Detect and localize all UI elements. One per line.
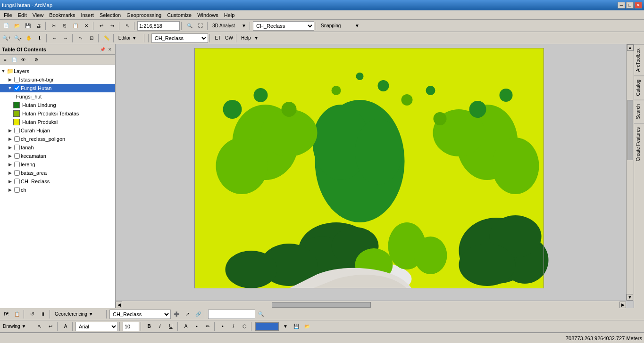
h-scrollbar[interactable]: ◀ ▶ — [116, 301, 626, 308]
snapping-btn[interactable]: Snapping ▼ — [319, 21, 361, 31]
line-color-btn[interactable]: ✏ — [202, 321, 213, 332]
save-btn[interactable]: 💾 — [23, 21, 33, 31]
select-elements-btn[interactable]: ↖ — [122, 21, 133, 31]
help-btn[interactable]: Help ▼ — [239, 33, 260, 43]
select-features-btn[interactable]: ↖ — [75, 33, 86, 43]
redo-btn[interactable]: ↪ — [107, 21, 117, 31]
toc-layer-kecamatan[interactable]: ▶ kecamatan — [0, 152, 115, 160]
arctoolbox-tab[interactable]: ArcToolbox — [634, 44, 644, 75]
identify-btn[interactable]: ℹ — [34, 33, 45, 43]
copy-btn[interactable]: ⎘ — [59, 21, 70, 31]
undo-btn[interactable]: ↩ — [96, 21, 107, 31]
toc-layer-ch-reclass[interactable]: ▶ CH_Reclass — [0, 177, 115, 186]
forward-btn[interactable]: → — [60, 33, 71, 43]
toc-source-btn[interactable]: 📄 — [10, 56, 18, 64]
toc-layer-curah-hujan[interactable]: ▶ Curah Hujan — [0, 126, 115, 135]
curah-checkbox[interactable] — [14, 128, 20, 133]
menu-geoprocessing[interactable]: Geoprocessing — [124, 11, 164, 19]
layout-view-btn[interactable]: 📋 — [12, 309, 22, 319]
scroll-right-btn[interactable]: ▶ — [619, 302, 626, 308]
menu-selection[interactable]: Selection — [97, 11, 124, 19]
refresh-btn[interactable]: ↺ — [27, 309, 37, 319]
v-scroll-thumb[interactable] — [627, 100, 633, 160]
toc-list-btn[interactable]: ≡ — [1, 56, 9, 64]
menu-bookmarks[interactable]: Bookmarks — [46, 11, 78, 19]
font-dropdown[interactable]: Arial — [75, 322, 118, 331]
toc-sublayer-fungsi-hut[interactable]: Fungsi_hut — [13, 92, 115, 101]
scroll-down-btn[interactable]: ▼ — [627, 294, 633, 301]
save-draw-btn[interactable]: 💾 — [291, 321, 301, 332]
georef-tool2[interactable]: ↗ — [182, 309, 192, 319]
draw-polygon-btn[interactable]: ⬡ — [239, 321, 250, 332]
undo-draw-btn[interactable]: ↩ — [45, 321, 56, 332]
tanah-checkbox[interactable] — [14, 145, 20, 150]
delete-btn[interactable]: ✕ — [81, 21, 92, 31]
new-btn[interactable]: 📄 — [1, 21, 11, 31]
menu-view[interactable]: View — [30, 11, 47, 19]
georef-search-btn[interactable]: 🔍 — [256, 309, 266, 319]
tool-btn-2[interactable]: GW — [224, 33, 234, 43]
select-tool-btn[interactable]: ↖ — [34, 321, 45, 332]
bold-btn[interactable]: B — [144, 321, 154, 332]
map-area[interactable]: ◀ ▶ ▲ ▼ — [116, 44, 634, 308]
batas-checkbox[interactable] — [14, 170, 20, 176]
menu-edit[interactable]: Edit — [15, 11, 30, 19]
fill-color-btn[interactable]: ▪ — [192, 321, 202, 332]
clear-selection-btn[interactable]: ⊡ — [86, 33, 97, 43]
more-colors-btn[interactable]: ▼ — [280, 321, 291, 332]
search-tab[interactable]: Search — [634, 100, 644, 123]
create-features-tab[interactable]: Create Features — [634, 123, 644, 165]
toc-layer-ch-reclass-pol[interactable]: ▶ ch_reclass_poligon — [0, 135, 115, 143]
zoom-out-btn[interactable]: 🔍- — [13, 33, 23, 43]
toc-layer-batas-area[interactable]: ▶ batas_area — [0, 169, 115, 177]
menu-insert[interactable]: Insert — [78, 11, 97, 19]
kecamatan-checkbox[interactable] — [14, 153, 20, 159]
magnify-btn[interactable]: 🔍 — [184, 21, 195, 31]
cut-btn[interactable]: ✂ — [49, 21, 59, 31]
h-scroll-thumb[interactable] — [272, 302, 371, 308]
menu-customize[interactable]: Customize — [164, 11, 194, 19]
measure-btn[interactable]: 📏 — [101, 33, 112, 43]
toc-layer-tanah[interactable]: ▶ tanah — [0, 143, 115, 152]
toc-layer-ch[interactable]: ▶ ch — [0, 186, 115, 194]
toc-layer-lereng[interactable]: ▶ lereng — [0, 160, 115, 169]
italic-btn[interactable]: I — [155, 321, 165, 332]
font-btn[interactable]: A — [60, 321, 71, 332]
pan-btn[interactable]: ✋ — [24, 33, 34, 43]
font-size-input[interactable] — [123, 322, 139, 331]
georef-tool3[interactable]: 🔗 — [193, 309, 203, 319]
toc-visibility-btn[interactable]: 👁 — [19, 56, 27, 64]
georef-search-input[interactable] — [208, 310, 255, 319]
stasiun-checkbox[interactable] — [14, 77, 20, 82]
toc-close-btn[interactable]: ✕ — [107, 46, 113, 53]
georef-tool1[interactable]: ➕ — [171, 309, 182, 319]
ch-checkbox[interactable] — [14, 187, 20, 193]
draw-line-btn[interactable]: / — [228, 321, 239, 332]
menu-file[interactable]: File — [1, 11, 15, 19]
editor-btn[interactable]: Editor ▼ — [117, 33, 142, 43]
georeferencing-btn[interactable]: Georeferencing ▼ — [53, 309, 105, 319]
print-btn[interactable]: 🖨 — [33, 21, 44, 31]
minimize-button[interactable]: ─ — [618, 2, 625, 8]
close-button[interactable]: ✕ — [635, 2, 642, 8]
menu-windows[interactable]: Windows — [194, 11, 221, 19]
toc-layer-fungsi-hutan[interactable]: ▼ Fungsi Hutan — [0, 84, 115, 92]
font-color-btn[interactable]: A — [181, 321, 191, 332]
toc-options-btn[interactable]: ⚙ — [32, 56, 41, 64]
toc-pin-btn[interactable]: 📌 — [99, 46, 106, 53]
menu-help[interactable]: Help — [221, 11, 238, 19]
underline-btn[interactable]: U — [166, 321, 176, 332]
ch-reclass-checkbox[interactable] — [14, 179, 20, 184]
3d-analyst-btn[interactable]: 3D Analyst ▼ — [210, 21, 248, 31]
toc-layer-stasiun[interactable]: ▶ stasiun-ch-bgr — [0, 75, 115, 84]
drawing-btn[interactable]: Drawing ▼ — [1, 321, 34, 332]
layer-dropdown-2[interactable]: CH_Reclass — [151, 33, 208, 43]
scroll-up-btn[interactable]: ▲ — [627, 44, 634, 51]
georef-layer-dropdown[interactable]: CH_Reclass — [109, 310, 171, 319]
map-view-btn[interactable]: 🗺 — [1, 309, 11, 319]
zoom-full-btn[interactable]: ⛶ — [195, 21, 206, 31]
toc-layers-group[interactable]: ▼ 📁 Layers — [0, 67, 115, 75]
maximize-button[interactable]: □ — [626, 2, 634, 8]
paste-btn[interactable]: 📋 — [70, 21, 81, 31]
v-scrollbar[interactable]: ▲ ▼ — [626, 44, 634, 301]
